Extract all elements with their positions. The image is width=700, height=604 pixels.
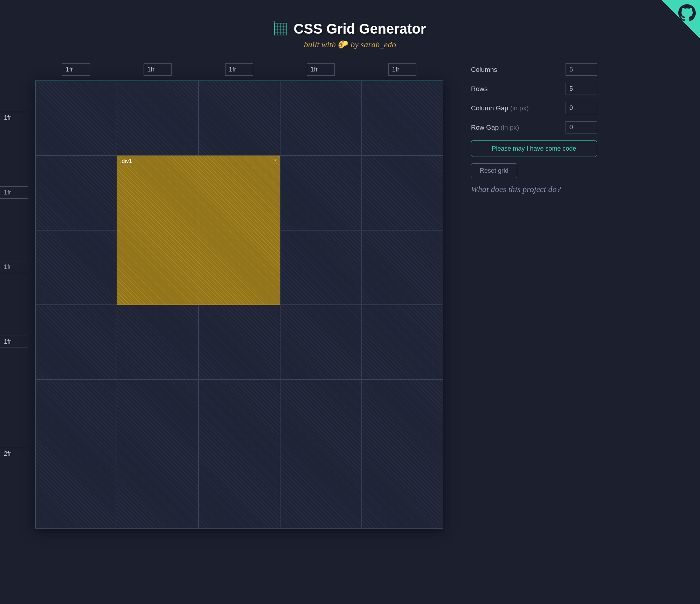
colgap-input[interactable] (566, 102, 597, 114)
grid-cell[interactable] (280, 379, 362, 529)
rowgap-label: Row Gap (in px) (471, 124, 519, 131)
grid-cell[interactable] (117, 379, 199, 529)
grid-canvas[interactable]: .div1× (35, 81, 443, 528)
grid-cell[interactable] (199, 305, 280, 379)
rows-input[interactable] (566, 83, 597, 95)
get-code-button[interactable]: Please may I have some code (471, 140, 597, 157)
col-size-input-1[interactable] (144, 63, 172, 76)
grid-cell[interactable] (35, 379, 117, 529)
close-icon[interactable]: × (274, 157, 277, 163)
grid-cell[interactable] (35, 81, 117, 156)
rowgap-input[interactable] (566, 121, 597, 133)
controls-panel: Columns Rows Column Gap (in px) Row Gap … (471, 63, 597, 194)
grid-cell[interactable] (280, 81, 362, 156)
row-size-input-3[interactable] (0, 336, 28, 348)
grid-cell[interactable] (362, 81, 443, 156)
grid-cell[interactable] (35, 156, 117, 230)
cat-icon (678, 4, 696, 22)
col-size-input-4[interactable] (388, 63, 416, 76)
row-headers (0, 81, 28, 528)
col-size-input-0[interactable] (62, 63, 90, 76)
grid-cell[interactable] (280, 156, 362, 230)
child-label: .div1 (120, 158, 132, 164)
row-size-input-2[interactable] (0, 261, 28, 273)
grid-cell[interactable] (362, 156, 443, 230)
header: CSS Grid Generator built with 🌮 by sarah… (0, 0, 700, 63)
grid-cell[interactable] (280, 230, 362, 305)
subtitle: built with 🌮 by sarah_edo (0, 40, 700, 49)
grid-cell[interactable] (199, 379, 280, 529)
grid-cell[interactable] (280, 305, 362, 379)
grid-cell[interactable] (117, 305, 199, 379)
column-headers (35, 63, 443, 76)
columns-label: Columns (471, 66, 497, 74)
row-size-input-1[interactable] (0, 186, 28, 199)
github-corner[interactable] (661, 0, 700, 39)
reset-button[interactable]: Reset grid (471, 163, 517, 178)
columns-input[interactable] (566, 63, 597, 76)
grid-child[interactable]: .div1× (117, 156, 280, 305)
grid-cell[interactable] (35, 230, 117, 305)
row-size-input-0[interactable] (0, 112, 28, 124)
taco-icon: 🌮 (338, 40, 348, 49)
colgap-label: Column Gap (in px) (471, 104, 529, 112)
grid-cell[interactable] (199, 81, 280, 156)
rows-label: Rows (471, 85, 488, 93)
col-size-input-2[interactable] (225, 63, 253, 76)
grid-cell[interactable] (362, 230, 443, 305)
grid-cell[interactable] (35, 305, 117, 379)
help-link[interactable]: What does this project do? (471, 185, 597, 194)
row-size-input-4[interactable] (0, 448, 28, 460)
grid-cell[interactable] (362, 379, 443, 529)
grid-cell[interactable] (362, 305, 443, 379)
grid-logo-icon (274, 23, 287, 35)
col-size-input-3[interactable] (307, 63, 335, 76)
grid-cell[interactable] (117, 81, 199, 156)
page-title: CSS Grid Generator (294, 21, 426, 37)
author-link[interactable]: sarah_edo (361, 40, 396, 49)
